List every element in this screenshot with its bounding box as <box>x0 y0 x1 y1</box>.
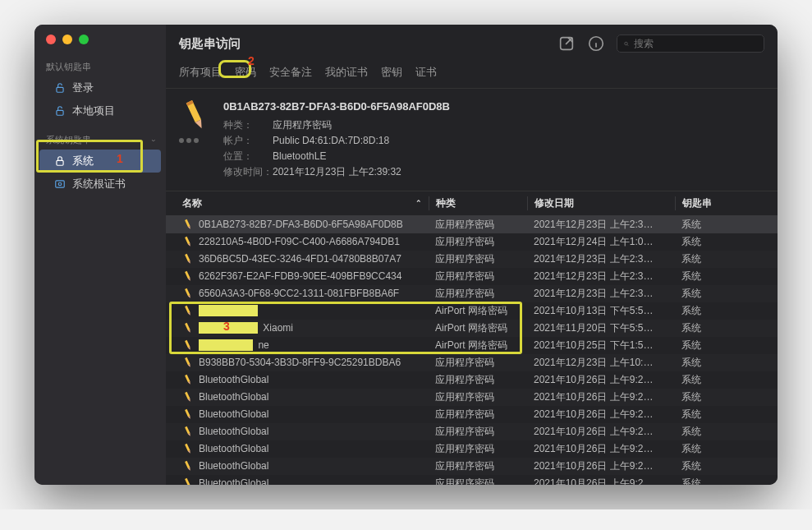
list-body[interactable]: 3 0B1AB273-82B7-DFA3-B6D0-6F5A98AF0D8B应用… <box>166 216 778 485</box>
col-keychain-header[interactable]: 钥匙串 <box>675 196 778 210</box>
col-kind-header[interactable]: 种类 <box>429 196 527 210</box>
sidebar-section-system[interactable]: 系统钥匙串 › <box>34 131 166 150</box>
cell-name: 6262F367-E2AF-FDB9-90EE-409BFB9CC434 <box>199 270 401 282</box>
password-icon <box>181 322 196 334</box>
cell-kind: 应用程序密码 <box>429 218 527 232</box>
cell-keychain: 系统 <box>675 235 778 249</box>
table-row[interactable]: B938BB70-5304-3B3D-8FF9-9C25291BDBA6应用程序… <box>166 354 778 371</box>
svg-rect-27 <box>185 357 190 365</box>
cell-kind: 应用程序密码 <box>429 235 527 249</box>
detail-kind-label: 种类： <box>223 118 273 133</box>
cell-keychain: 系统 <box>675 459 778 473</box>
password-icon <box>181 339 196 351</box>
table-row[interactable]: BluetoothGlobal应用程序密码2021年10月26日 上午9:2…系… <box>166 389 778 406</box>
cell-date: 2021年10月26日 上午9:2… <box>527 477 675 485</box>
minimize-icon[interactable] <box>62 35 72 44</box>
cell-kind: 应用程序密码 <box>429 287 527 301</box>
lock-icon <box>54 155 66 167</box>
cell-date: 2021年12月23日 上午2:3… <box>527 252 675 266</box>
cell-date: 2021年10月26日 上午9:2… <box>527 442 675 456</box>
table-row[interactable]: 6262F367-E2AF-FDB9-90EE-409BFB9CC434应用程序… <box>166 268 778 285</box>
titlebar: 钥匙串访问 <box>166 25 778 62</box>
list-header: 名称⌃ 种类 修改日期 钥匙串 <box>166 191 778 216</box>
certificate-icon <box>54 178 66 190</box>
svg-rect-11 <box>185 219 190 227</box>
tab-4[interactable]: 密钥 <box>381 64 402 81</box>
cell-kind: 应用程序密码 <box>429 356 527 370</box>
cell-kind: AirPort 网络密码 <box>429 304 527 318</box>
svg-rect-17 <box>185 271 190 279</box>
sidebar-item-label: 系统根证书 <box>72 177 126 191</box>
table-row[interactable]: BluetoothGlobal应用程序密码2021年10月26日 上午9:2…系… <box>166 371 778 389</box>
tab-0[interactable]: 所有项目 <box>179 64 222 81</box>
cell-keychain: 系统 <box>675 218 778 232</box>
search-field[interactable] <box>617 35 764 53</box>
password-icon <box>181 270 196 282</box>
sidebar-item-label: 本地项目 <box>72 104 115 118</box>
cell-date: 2021年12月23日 上午2:3… <box>527 218 675 232</box>
table-row[interactable]: XiaomiAirPort 网络密码2021年11月20日 下午5:5…系统 <box>166 320 778 337</box>
cell-date: 2021年10月26日 上午9:2… <box>527 459 675 473</box>
sidebar-section-default: 默认钥匙串 <box>34 58 166 76</box>
table-row[interactable]: AirPort 网络密码2021年10月13日 下午5:5…系统 <box>166 302 778 320</box>
dots-icon <box>179 138 212 143</box>
col-date-header[interactable]: 修改日期 <box>527 196 675 210</box>
svg-rect-41 <box>185 478 190 485</box>
tab-5[interactable]: 证书 <box>415 64 437 81</box>
cell-kind: AirPort 网络密码 <box>429 339 527 353</box>
svg-rect-2 <box>57 160 63 165</box>
col-name-header[interactable]: 名称⌃ <box>166 196 429 210</box>
detail-title: 0B1AB273-82B7-DFA3-B6D0-6F5A98AF0D8B <box>223 99 450 116</box>
cell-date: 2021年12月24日 上午1:0… <box>527 235 675 249</box>
password-icon <box>181 253 196 265</box>
cell-kind: 应用程序密码 <box>429 477 527 485</box>
table-row[interactable]: 36D6BC5D-43EC-3246-4FD1-04780B8B07A7应用程序… <box>166 251 778 268</box>
tab-3[interactable]: 我的证书 <box>325 64 368 81</box>
cell-date: 2021年10月13日 下午5:5… <box>527 304 675 318</box>
sidebar: 默认钥匙串 登录 本地项目 系统钥匙串 › 系统 1 系统根证书 <box>34 25 166 485</box>
cell-kind: 应用程序密码 <box>429 270 527 283</box>
cell-kind: 应用程序密码 <box>429 252 527 266</box>
sidebar-item-local[interactable]: 本地项目 <box>34 99 166 122</box>
detail-kind: 应用程序密码 <box>273 119 332 131</box>
cell-name: 0B1AB273-82B7-DFA3-B6D0-6F5A98AF0D8B <box>199 219 403 230</box>
svg-rect-1 <box>57 110 63 115</box>
table-row[interactable]: 228210A5-4B0D-F09C-C400-A6686A794DB1应用程序… <box>166 233 778 251</box>
password-icon <box>181 426 196 437</box>
svg-rect-21 <box>185 306 190 313</box>
cell-name: 228210A5-4B0D-F09C-C400-A6686A794DB1 <box>199 236 400 247</box>
table-row[interactable]: BluetoothGlobal应用程序密码2021年10月26日 上午9:2…系… <box>166 406 778 423</box>
table-row[interactable]: 6560A3A3-0F68-9CC2-1311-081FBFB8BA6F应用程序… <box>166 285 778 302</box>
tab-1[interactable]: 密码 <box>235 64 256 81</box>
sidebar-item-label: 登录 <box>72 81 94 95</box>
table-row[interactable]: 0B1AB273-82B7-DFA3-B6D0-6F5A98AF0D8B应用程序… <box>166 216 778 233</box>
compose-icon[interactable] <box>557 35 576 53</box>
window-title: 钥匙串访问 <box>179 36 241 52</box>
info-icon[interactable] <box>587 35 605 53</box>
svg-rect-3 <box>56 181 65 187</box>
table-row[interactable]: BluetoothGlobal应用程序密码2021年10月26日 上午9:2…系… <box>166 458 778 475</box>
cell-name: BluetoothGlobal <box>199 391 268 403</box>
cell-keychain: 系统 <box>675 252 778 266</box>
detail-acct-label: 帐户： <box>223 133 273 149</box>
search-input[interactable] <box>634 38 757 49</box>
tab-2[interactable]: 安全备注 <box>269 64 312 81</box>
zoom-icon[interactable] <box>79 35 89 44</box>
sidebar-item-login[interactable]: 登录 <box>34 76 166 99</box>
keychain-window: 默认钥匙串 登录 本地项目 系统钥匙串 › 系统 1 系统根证书 钥匙串访 <box>34 25 778 485</box>
close-icon[interactable] <box>46 35 56 44</box>
cell-name: ne <box>258 339 268 351</box>
cell-name: BluetoothGlobal <box>199 426 268 437</box>
sidebar-item-roots[interactable]: 系统根证书 <box>34 173 166 196</box>
table-row[interactable]: neAirPort 网络密码2021年10月25日 下午1:5…系统 <box>166 337 778 354</box>
svg-rect-39 <box>185 461 190 468</box>
detail-mod: 2021年12月23日 上午2:39:32 <box>273 166 401 177</box>
table-row[interactable]: BluetoothGlobal应用程序密码2021年10月26日 上午9:2…系… <box>166 440 778 458</box>
detail-acct: Public D4:61:DA:7D:8D:18 <box>273 135 389 146</box>
sidebar-item-system[interactable]: 系统 <box>39 150 161 173</box>
cell-keychain: 系统 <box>675 321 778 335</box>
table-row[interactable]: BluetoothGlobal应用程序密码2021年10月26日 上午9:2…系… <box>166 475 778 485</box>
table-row[interactable]: BluetoothGlobal应用程序密码2021年10月26日 上午9:2…系… <box>166 423 778 440</box>
password-icon <box>181 374 196 385</box>
detail-text: 0B1AB273-82B7-DFA3-B6D0-6F5A98AF0D8B 种类：… <box>223 99 450 181</box>
